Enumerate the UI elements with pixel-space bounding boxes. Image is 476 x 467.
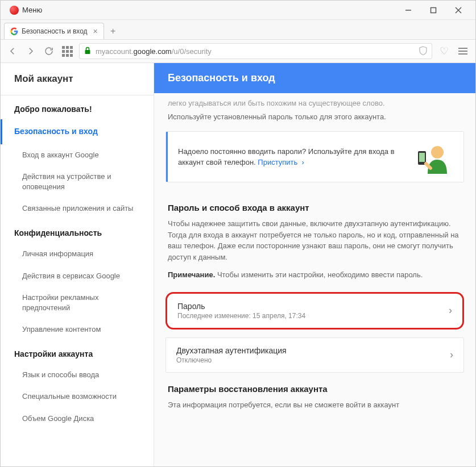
svg-rect-4 xyxy=(85,50,90,54)
url-input[interactable]: myaccount.google.com/u/0/security xyxy=(79,43,432,59)
sidebar-item-device-activity[interactable]: Действия на устройстве и оповещения xyxy=(1,166,154,198)
sidebar-item-language[interactable]: Язык и способы ввода xyxy=(1,364,154,386)
sidebar-item-connected-apps[interactable]: Связанные приложения и сайты xyxy=(1,198,154,219)
minimize-button[interactable] xyxy=(396,1,421,20)
chevron-right-icon: › xyxy=(449,305,452,316)
opera-icon xyxy=(10,6,19,15)
reload-button[interactable] xyxy=(43,45,55,57)
faded-text-2: Используйте установленный пароль только … xyxy=(165,111,464,132)
sidebar-section-account-settings[interactable]: Настройки аккаунта xyxy=(1,340,154,364)
google-favicon-icon xyxy=(10,27,18,35)
svg-rect-1 xyxy=(431,7,436,12)
forward-button[interactable] xyxy=(24,45,37,57)
banner-link[interactable]: Приступить › xyxy=(258,158,304,166)
browser-tab[interactable]: Безопасность и вход × xyxy=(4,23,104,39)
menu-button[interactable]: Меню xyxy=(5,3,47,17)
svg-rect-7 xyxy=(419,153,425,162)
two-step-row-title: Двухэтапная аутентификация xyxy=(176,346,450,355)
sidebar: Мой аккаунт Добро пожаловать! Безопаснос… xyxy=(1,63,154,466)
two-step-row-sub: Отключено xyxy=(176,356,450,364)
section-note: Примечание. Чтобы изменить эти настройки… xyxy=(165,269,464,290)
sidebar-welcome[interactable]: Добро пожаловать! xyxy=(1,95,154,119)
password-signin-section: Пароль и способ входа в аккаунт Чтобы на… xyxy=(165,193,464,292)
two-step-row[interactable]: Двухэтапная аутентификация Отключено › xyxy=(165,337,464,373)
easy-setup-button[interactable] xyxy=(456,45,470,57)
phone-illustration-icon xyxy=(402,140,453,174)
recovery-desc: Эта информация потребуется, если вы не с… xyxy=(165,399,464,414)
tab-bar: Безопасность и вход × + xyxy=(1,20,475,39)
shield-icon[interactable] xyxy=(419,46,427,57)
faded-text-1: легко угадываться или быть похожим на су… xyxy=(165,93,464,111)
section-title: Пароль и способ входа в аккаунт xyxy=(165,195,464,218)
tab-title: Безопасность и вход xyxy=(22,27,88,35)
sidebar-item-ads[interactable]: Настройки рекламных предпочтений xyxy=(1,287,154,319)
password-row-sub: Последнее изменение: 15 апреля, 17:34 xyxy=(177,312,449,320)
menu-label: Меню xyxy=(22,6,42,14)
lock-icon xyxy=(84,47,91,56)
back-button[interactable] xyxy=(6,45,19,57)
page-title: Безопасность и вход xyxy=(154,63,475,93)
bookmark-button[interactable]: ♡ xyxy=(438,45,450,57)
tab-close-icon[interactable]: × xyxy=(93,27,98,36)
chevron-right-icon: › xyxy=(450,349,453,361)
url-text: myaccount.google.com/u/0/security xyxy=(96,47,212,56)
maximize-button[interactable] xyxy=(421,1,446,20)
section-desc: Чтобы надежнее защитить свои данные, вкл… xyxy=(165,218,464,269)
recovery-title: Параметры восстановления аккаунта xyxy=(165,381,464,399)
banner-text: Надоело постоянно вводить пароли? Исполь… xyxy=(178,146,402,168)
password-row[interactable]: Пароль Последнее изменение: 15 апреля, 1… xyxy=(165,292,464,330)
password-row-title: Пароль xyxy=(177,302,449,311)
page-content: Мой аккаунт Добро пожаловать! Безопаснос… xyxy=(1,63,475,466)
window-titlebar: Меню xyxy=(1,1,475,20)
svg-point-5 xyxy=(431,146,444,159)
speed-dial-button[interactable] xyxy=(61,45,73,57)
sidebar-section-privacy[interactable]: Конфиденциальность xyxy=(1,219,154,243)
close-button[interactable] xyxy=(446,1,471,20)
new-tab-button[interactable]: + xyxy=(105,23,121,39)
address-bar: myaccount.google.com/u/0/security ♡ xyxy=(1,39,475,63)
account-header: Мой аккаунт xyxy=(1,63,154,95)
main-content: Безопасность и вход легко угадываться ил… xyxy=(154,63,475,466)
sidebar-item-personal-info[interactable]: Личная информация xyxy=(1,243,154,265)
sidebar-item-activity[interactable]: Действия в сервисах Google xyxy=(1,265,154,287)
phone-signin-banner: Надоело постоянно вводить пароли? Исполь… xyxy=(165,131,464,182)
sidebar-item-storage[interactable]: Объем Google Диска xyxy=(1,408,154,430)
sidebar-item-security[interactable]: Безопасность и вход xyxy=(1,119,154,144)
sidebar-item-accessibility[interactable]: Специальные возможности xyxy=(1,386,154,407)
sidebar-item-content[interactable]: Управление контентом xyxy=(1,319,154,340)
sidebar-item-signin[interactable]: Вход в аккаунт Google xyxy=(1,144,154,166)
recovery-section: Параметры восстановления аккаунта Эта ин… xyxy=(165,381,464,414)
